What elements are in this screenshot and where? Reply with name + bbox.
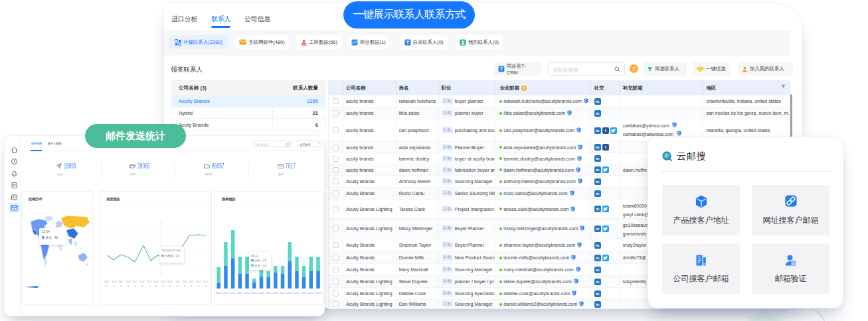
svg-text:03-01: 03-01 — [287, 292, 293, 294]
svg-text:03-01: 03-01 — [223, 292, 229, 294]
svg-text:2: 2 — [114, 285, 115, 288]
svg-text:03-0: 03-0 — [139, 281, 144, 283]
svg-text:03-0: 03-0 — [189, 281, 193, 283]
svg-text:5: 5 — [198, 285, 199, 288]
svg-text:03-01: 03-01 — [294, 292, 300, 294]
svg-text:03-01: 03-01 — [266, 292, 272, 294]
svg-text:1: 1 — [169, 285, 171, 288]
svg-text:4: 4 — [191, 285, 192, 288]
svg-text:03-01: 03-01 — [315, 292, 321, 294]
svg-text:7: 7 — [149, 285, 150, 288]
svg-text:03-0: 03-0 — [203, 281, 207, 283]
svg-text:6: 6 — [141, 285, 143, 288]
svg-text:2: 2 — [177, 285, 178, 288]
svg-text:03-0: 03-0 — [182, 281, 187, 283]
svg-text:3: 3 — [120, 285, 122, 288]
svg-text:03-0: 03-0 — [104, 281, 109, 283]
svg-text:03-01: 03-01 — [308, 292, 314, 294]
svg-text:03-0: 03-0 — [118, 281, 123, 283]
svg-text:03-01: 03-01 — [272, 292, 278, 294]
svg-text:03-0: 03-0 — [175, 281, 179, 283]
svg-text:03-01: 03-01 — [258, 292, 264, 294]
svg-text:03-01: 03-01 — [244, 292, 250, 294]
svg-text:9: 9 — [163, 285, 164, 288]
svg-text:3: 3 — [184, 285, 185, 288]
svg-text:03-0: 03-0 — [196, 281, 201, 283]
svg-text:03-01: 03-01 — [216, 292, 222, 294]
svg-text:03-01: 03-01 — [230, 292, 236, 294]
svg-text:03-01: 03-01 — [301, 292, 307, 294]
svg-text:1: 1 — [106, 285, 108, 288]
svg-text:4: 4 — [128, 285, 129, 288]
svg-text:5: 5 — [134, 285, 135, 288]
svg-text:03-0: 03-0 — [167, 281, 172, 283]
svg-text:03-0: 03-0 — [147, 281, 151, 283]
svg-text:03-01: 03-01 — [280, 292, 286, 294]
svg-text:@: @ — [792, 261, 796, 265]
svg-text:03-01: 03-01 — [251, 292, 257, 294]
svg-text:03-01: 03-01 — [237, 292, 243, 294]
svg-text:03-0: 03-0 — [112, 281, 116, 283]
svg-text:03-0: 03-0 — [161, 281, 165, 283]
svg-text:03-0: 03-0 — [153, 281, 158, 283]
svg-text:8: 8 — [155, 285, 157, 288]
svg-text:03-0: 03-0 — [132, 281, 137, 283]
svg-text:6: 6 — [205, 285, 206, 288]
svg-text:03-0: 03-0 — [126, 281, 130, 283]
